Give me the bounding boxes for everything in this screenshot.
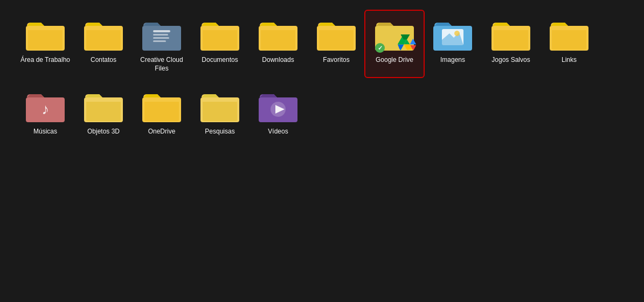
- folder-item-google-drive[interactable]: ✓ Google Drive: [365, 11, 424, 77]
- folder-item-favoritos[interactable]: Favoritos: [307, 11, 365, 77]
- folder-label-contatos: Contatos: [91, 56, 116, 65]
- folder-icon-onedrive: [140, 87, 183, 125]
- folder-label-onedrive: OneDrive: [148, 128, 176, 136]
- folder-label-jogos-salvos: Jogos Salvos: [491, 56, 530, 65]
- folder-item-jogos-salvos[interactable]: Jogos Salvos: [482, 11, 540, 77]
- folder-item-pesquisas[interactable]: Pesquisas: [191, 82, 249, 141]
- svg-text:♪: ♪: [41, 101, 49, 117]
- folder-icon-musicas: ♪: [24, 87, 67, 125]
- folder-label-google-drive: Google Drive: [376, 56, 413, 65]
- folder-label-favoritos: Favoritos: [323, 56, 349, 65]
- folder-item-videos[interactable]: Vídeos: [249, 82, 307, 141]
- folder-icon-downloads: [257, 15, 300, 54]
- folder-item-downloads[interactable]: Downloads: [249, 11, 307, 77]
- folder-icon-objetos-3d: [82, 87, 125, 125]
- folder-label-videos: Vídeos: [268, 128, 288, 136]
- folder-item-objetos-3d[interactable]: Objetos 3D: [74, 82, 133, 141]
- folder-item-links[interactable]: Links: [540, 11, 598, 77]
- folder-item-documentos[interactable]: Documentos: [191, 11, 249, 77]
- svg-rect-1: [153, 34, 168, 36]
- folder-label-imagens: Imagens: [440, 56, 465, 65]
- folder-icon-jogos-salvos: [489, 15, 532, 54]
- folder-label-objetos-3d: Objetos 3D: [87, 128, 120, 136]
- folder-label-creative-cloud-files: Creative Cloud Files: [135, 56, 189, 73]
- sync-checkmark-badge: ✓: [375, 43, 385, 53]
- folder-label-area-de-trabalho: Área de Trabalho: [20, 56, 70, 65]
- svg-rect-3: [153, 40, 166, 42]
- folder-item-area-de-trabalho[interactable]: Área de Trabalho: [16, 11, 74, 77]
- folder-item-imagens[interactable]: Imagens: [424, 11, 482, 77]
- folder-label-documentos: Documentos: [202, 56, 238, 65]
- folder-icon-creative-cloud-files: [140, 15, 183, 54]
- folder-label-pesquisas: Pesquisas: [205, 128, 234, 136]
- folder-icon-area-de-trabalho: [24, 15, 67, 54]
- folder-item-contatos[interactable]: Contatos: [74, 11, 133, 77]
- folder-icon-google-drive: ✓: [373, 15, 416, 54]
- folder-item-onedrive[interactable]: OneDrive: [133, 82, 191, 141]
- folder-icon-pesquisas: [198, 87, 241, 125]
- folder-icon-links: [548, 15, 591, 54]
- folder-item-creative-cloud-files[interactable]: Creative Cloud Files: [133, 11, 191, 77]
- folder-icon-imagens: [431, 15, 474, 54]
- folder-label-links: Links: [562, 56, 577, 65]
- folder-label-downloads: Downloads: [262, 56, 294, 65]
- google-drive-logo-icon: [398, 34, 416, 53]
- folder-grid: Área de Trabalho Contatos Creative Cloud…: [0, 0, 644, 151]
- folder-label-musicas: Músicas: [33, 128, 57, 136]
- svg-rect-0: [153, 30, 170, 32]
- folder-icon-contatos: [82, 15, 125, 54]
- svg-point-5: [454, 31, 460, 36]
- folder-icon-documentos: [198, 15, 241, 54]
- svg-rect-2: [153, 37, 169, 39]
- folder-item-musicas[interactable]: ♪ Músicas: [16, 82, 74, 141]
- folder-icon-videos: [257, 87, 300, 125]
- folder-icon-favoritos: [315, 15, 358, 54]
